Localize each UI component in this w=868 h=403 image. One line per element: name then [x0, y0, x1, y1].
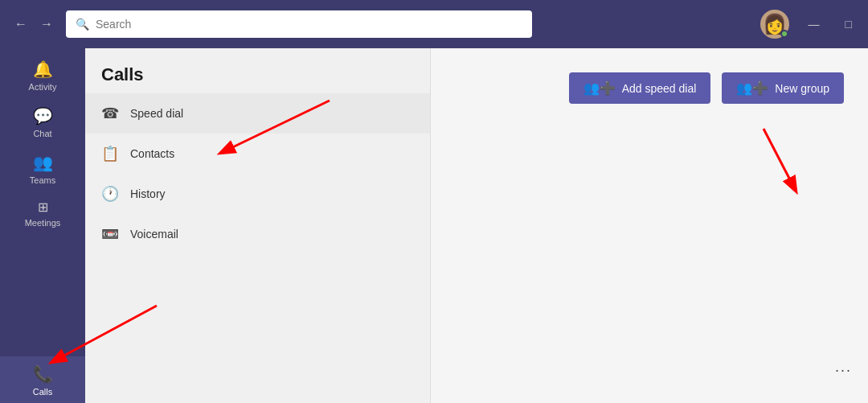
activity-icon: 🔔	[33, 60, 53, 79]
teams-icon: 👥	[33, 153, 53, 172]
calls-icon: 📞	[33, 364, 53, 384]
nav-item-contacts[interactable]: 📋 Contacts	[85, 134, 430, 174]
sidebar-label-activity: Activity	[29, 82, 57, 92]
search-bar: 🔍	[66, 10, 532, 38]
minimize-button[interactable]: —	[802, 14, 826, 34]
add-speed-dial-icon: 👥➕	[583, 80, 616, 96]
avatar-status-indicator	[780, 30, 788, 38]
title-bar-right: 👩 — □	[760, 10, 858, 39]
maximize-button[interactable]: □	[839, 14, 858, 34]
new-group-label: New group	[775, 82, 829, 95]
voicemail-icon: 📼	[101, 225, 119, 243]
chat-icon: 💬	[33, 106, 53, 125]
contacts-label: Contacts	[130, 147, 174, 160]
back-button[interactable]: ←	[10, 13, 32, 35]
voicemail-label: Voicemail	[130, 228, 178, 241]
history-icon: 🕐	[101, 185, 119, 203]
right-panel: 👥➕ Add speed dial 👥➕ New group ···	[431, 48, 868, 403]
left-panel: Calls ☎ Speed dial 📋 Contacts 🕐 History …	[85, 48, 431, 403]
sidebar-item-meetings[interactable]: ⊞ Meetings	[0, 191, 85, 234]
sidebar: 🔔 Activity 💬 Chat 👥 Teams ⊞ Meetings 📞 C…	[0, 48, 85, 403]
search-icon: 🔍	[76, 18, 89, 31]
forward-button[interactable]: →	[35, 13, 58, 35]
sidebar-label-meetings: Meetings	[25, 218, 61, 228]
sidebar-item-activity[interactable]: 🔔 Activity	[0, 51, 85, 98]
speed-dial-label: Speed dial	[130, 107, 183, 120]
sidebar-item-chat[interactable]: 💬 Chat	[0, 98, 85, 145]
nav-item-voicemail[interactable]: 📼 Voicemail	[85, 214, 430, 254]
add-speed-dial-button[interactable]: 👥➕ Add speed dial	[569, 72, 711, 104]
meetings-icon: ⊞	[38, 199, 48, 215]
search-input[interactable]	[96, 18, 522, 31]
contacts-icon: 📋	[101, 145, 119, 162]
avatar-container[interactable]: 👩	[760, 10, 789, 39]
nav-item-history[interactable]: 🕐 History	[85, 174, 430, 214]
right-panel-actions: 👥➕ Add speed dial 👥➕ New group	[569, 72, 844, 104]
more-options-button[interactable]: ···	[835, 362, 852, 379]
sidebar-label-calls: Calls	[33, 387, 52, 397]
speed-dial-icon: ☎	[101, 105, 119, 122]
nav-item-speed-dial[interactable]: ☎ Speed dial	[85, 93, 430, 134]
main-layout: 🔔 Activity 💬 Chat 👥 Teams ⊞ Meetings 📞 C…	[0, 48, 868, 403]
calls-title: Calls	[85, 48, 430, 93]
sidebar-label-chat: Chat	[33, 129, 51, 138]
new-group-button[interactable]: 👥➕ New group	[722, 72, 844, 104]
sidebar-item-calls[interactable]: 📞 Calls	[0, 356, 85, 403]
sidebar-label-teams: Teams	[30, 175, 55, 185]
new-group-icon: 👥➕	[736, 80, 768, 96]
history-label: History	[130, 187, 166, 200]
sidebar-item-teams[interactable]: 👥 Teams	[0, 145, 85, 191]
nav-buttons: ← →	[10, 13, 58, 35]
title-bar: ← → 🔍 👩 — □	[0, 0, 868, 48]
add-speed-dial-label: Add speed dial	[622, 82, 697, 95]
